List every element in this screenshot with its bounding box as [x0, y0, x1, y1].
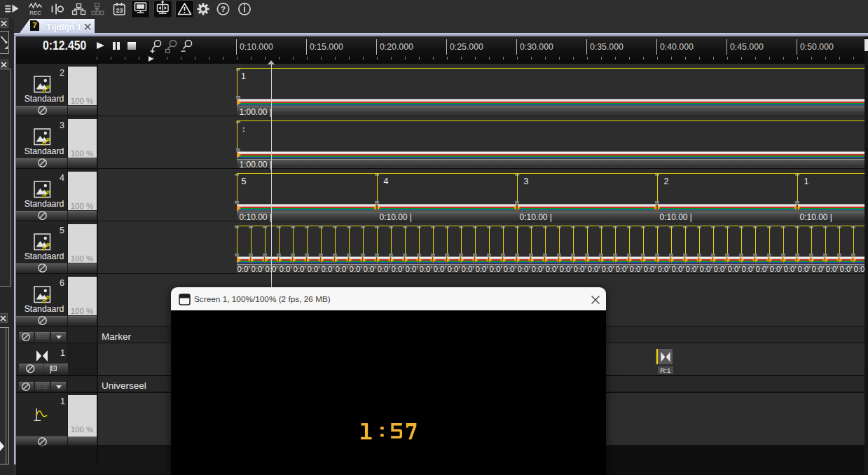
svg-text:REC: REC [29, 10, 41, 16]
svg-text:23: 23 [116, 7, 123, 14]
svg-text:?: ? [221, 5, 226, 13]
